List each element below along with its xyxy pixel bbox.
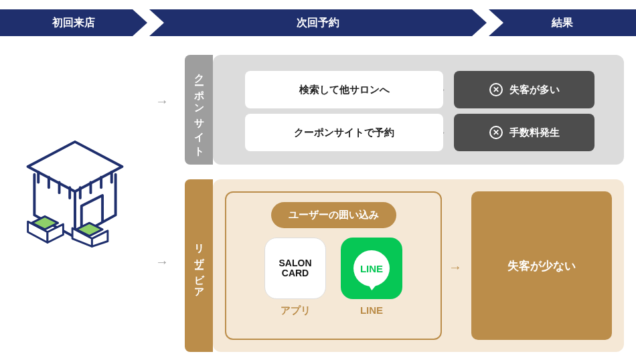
enclose-user-retention: ユーザーの囲い込み SALON CARD アプリ LINE LINE [225, 191, 442, 340]
panel-reservia: ユーザーの囲い込み SALON CARD アプリ LINE LINE → 失客が… [213, 179, 624, 352]
arrow-right-icon: → [155, 94, 169, 109]
salon-card-icon: SALON CARD [264, 238, 326, 299]
result-label: 手数料発生 [509, 126, 560, 139]
result-fee-incurred: 手数料発生 [454, 114, 594, 151]
salon-logo-line2: CARD [282, 268, 309, 278]
app-label-salon: アプリ [281, 304, 311, 317]
tab-coupon-site: クーポンサイト [185, 55, 213, 165]
arrow-right-icon: → [155, 254, 169, 270]
app-line: LINE LINE [341, 238, 402, 317]
app-label-line: LINE [360, 304, 383, 316]
tab-reservia: リザービア [185, 179, 213, 352]
apps-row: SALON CARD アプリ LINE LINE [264, 238, 402, 317]
step-result: 結果 [489, 9, 636, 36]
line-logo-text: LINE [353, 250, 390, 286]
pill-user-retention: ユーザーの囲い込み [271, 202, 396, 228]
result-few-lost-customers: 失客が少ない [471, 191, 612, 340]
card-book-on-coupon-site: クーポンサイトで予約 [245, 114, 443, 151]
arrow-right-icon: → [449, 260, 462, 275]
result-label: 失客が多い [509, 84, 560, 96]
line-icon: LINE [341, 238, 402, 299]
svg-marker-0 [28, 142, 123, 191]
step-next-booking: 次回予約 [149, 9, 487, 36]
salon-logo-line1: SALON [279, 258, 312, 268]
store-icon [16, 138, 134, 256]
app-salon-card: SALON CARD アプリ [264, 238, 326, 317]
header-steps: 初回来店 次回予約 結果 [0, 9, 636, 36]
step-first-visit: 初回来店 [0, 9, 147, 36]
close-circle-icon [489, 126, 503, 139]
close-circle-icon [489, 83, 503, 96]
panel-coupon-site: 検索して他サロンへ → 失客が多い クーポンサイトで予約 → 手数料発生 [213, 55, 624, 165]
result-many-lost-customers: 失客が多い [454, 71, 594, 108]
card-search-other-salon: 検索して他サロンへ [245, 71, 443, 108]
